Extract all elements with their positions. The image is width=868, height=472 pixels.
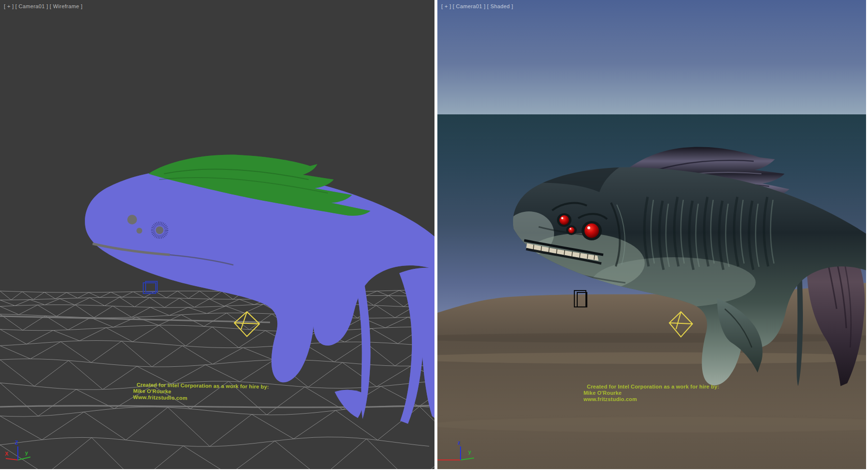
axis-y-label: y bbox=[25, 450, 28, 456]
eye-red bbox=[559, 215, 569, 225]
viewport-menu-pov[interactable]: [ Camera01 ] bbox=[15, 3, 48, 9]
axis-z-label: z bbox=[458, 440, 461, 445]
credit-line: Created for Intel Corporation as a work … bbox=[583, 384, 719, 390]
scene-credit-text: Created for Intel Corporation as a work … bbox=[133, 382, 269, 403]
sand-light-band bbox=[437, 417, 866, 432]
viewport-label: [ + ][ Camera01 ][ Wireframe ] bbox=[4, 3, 84, 9]
viewport-menu-pov[interactable]: [ Camera01 ] bbox=[453, 3, 486, 9]
axis-z-label: Z bbox=[15, 440, 18, 445]
eye-spot-small bbox=[136, 228, 142, 234]
viewport-wireframe[interactable]: X y Z [ + ][ Camera01 ][ Wireframe ] Cre… bbox=[0, 0, 434, 469]
scene-credit-text: Created for Intel Corporation as a work … bbox=[583, 384, 719, 403]
viewport-shaded[interactable]: y z [ + ][ Camera01 ][ Shaded ] Created … bbox=[437, 0, 866, 469]
viewport-menu-shading[interactable]: [ Shaded ] bbox=[487, 3, 513, 9]
credit-line: www.fritzstudio.com bbox=[583, 396, 719, 403]
credit-line: Mike O'Rourke bbox=[583, 390, 719, 396]
viewport-menu-general[interactable]: [ + ] bbox=[4, 3, 14, 9]
dual-viewport-canvas: X y Z [ + ][ Camera01 ][ Wireframe ] Cre… bbox=[0, 0, 868, 472]
axis-y-label: y bbox=[468, 449, 472, 455]
viewport-label: [ + ][ Camera01 ][ Shaded ] bbox=[441, 3, 515, 9]
viewport-menu-general[interactable]: [ + ] bbox=[441, 3, 451, 9]
eye-spot-large-core bbox=[156, 226, 163, 234]
sky bbox=[437, 0, 866, 115]
axis-x-label: X bbox=[5, 451, 9, 457]
eye-red-large bbox=[584, 223, 599, 238]
viewport-menu-shading[interactable]: [ Wireframe ] bbox=[50, 3, 82, 9]
eye-red-small bbox=[569, 227, 575, 234]
eye-spot bbox=[127, 215, 137, 224]
